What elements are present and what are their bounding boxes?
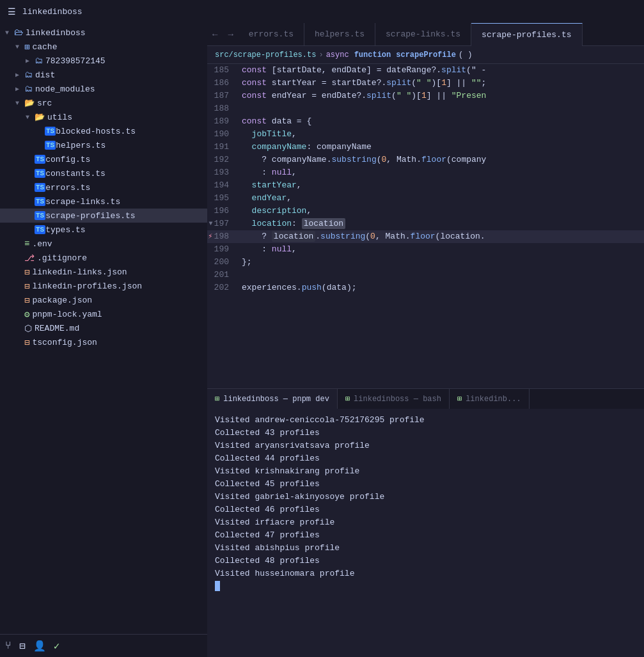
sidebar-item-errors[interactable]: TS errors.ts (0, 180, 207, 194)
source-control-icon[interactable]: ⑂ (5, 640, 12, 652)
tab-errors[interactable]: errors.ts (239, 23, 304, 46)
tab-scrape-links[interactable]: scrape-links.ts (375, 23, 471, 46)
code-line-185: 185 const [startDate, endDate] = dateRan… (207, 64, 644, 77)
terminal-tab-bash2[interactable]: ⊞ linkedinb... (450, 389, 530, 409)
terminal-line-10: Collected 47 profiles (215, 529, 636, 542)
sidebar: ▼ 🗁 linkedinboss ▼ ⊞ cache ▶ 🗂 782398572… (0, 23, 207, 657)
tab-scrape-profiles[interactable]: scrape-profiles.ts (471, 23, 582, 46)
sidebar-item-cache-id[interactable]: ▶ 🗂 782398572145 (0, 54, 207, 68)
line-number-190: 190 (207, 128, 237, 141)
terminal-line-4: Collected 44 profiles (215, 452, 636, 465)
code-content-189: const data = { (237, 115, 644, 128)
sidebar-item-blocked-hosts[interactable]: TS blocked-hosts.ts (0, 124, 207, 138)
code-line-188: 188 (207, 102, 644, 115)
code-content-196: description, (237, 205, 644, 218)
code-content-185: const [startDate, endDate] = dateRange?.… (237, 64, 644, 77)
sidebar-item-constants[interactable]: TS constants.ts (0, 166, 207, 180)
sidebar-item-root[interactable]: ▼ 🗁 linkedinboss (0, 26, 207, 40)
sidebar-item-pnpm-lock[interactable]: ⚙ pnpm-lock.yaml (0, 307, 207, 321)
terminal-line-12: Collected 48 profiles (215, 555, 636, 567)
line-number-198: ⚡ 198 (207, 230, 237, 243)
sidebar-item-package[interactable]: ⊟ package.json (0, 293, 207, 307)
terminal-line-11: Visited abishpius profile (215, 542, 636, 555)
title-bar: ☰ linkedinboss (0, 0, 644, 23)
terminal-tab-pnpm-dev[interactable]: ⊞ linkedinboss — pnpm dev (207, 389, 338, 409)
sidebar-item-utils[interactable]: ▼ 📂 utils (0, 110, 207, 124)
sidebar-item-src[interactable]: ▼ 📂 src (0, 96, 207, 110)
terminal-line-7: Visited gabriel-akinyosoye profile (215, 491, 636, 503)
sidebar-item-package-label: package.json (32, 296, 92, 305)
folder-open-icon: ⊞ (24, 42, 29, 52)
code-content-195: endYear, (237, 192, 644, 205)
code-line-187: 187 const endYear = endDate?.split(" ")[… (207, 90, 644, 102)
code-line-190: 190 jobTitle, (207, 128, 644, 141)
chevron-down-icon: ▼ (5, 29, 12, 36)
hamburger-icon[interactable]: ☰ (8, 6, 16, 17)
sidebar-item-constants-label: constants.ts (45, 169, 106, 178)
sidebar-item-helpers[interactable]: TS helpers.ts (0, 138, 207, 152)
sidebar-item-linkedin-links[interactable]: ⊟ linkedin-links.json (0, 265, 207, 279)
sidebar-item-tsconfig[interactable]: ⊟ tsconfig.json (0, 335, 207, 349)
code-line-198: ⚡ 198 ? location.substring(0, Math.floor… (207, 230, 644, 243)
folder-open-icon: 📂 (24, 98, 35, 108)
json-file-icon: ⊟ (24, 281, 29, 292)
line-number-200: 200 (207, 256, 237, 269)
breadcrumb-params: ( ) (459, 51, 473, 59)
ts-file-icon: TS (35, 211, 45, 220)
accounts-icon[interactable]: 👤 (33, 640, 46, 653)
folder-open-icon: 🗁 (14, 28, 23, 38)
right-panel: ← → errors.ts helpers.ts scrape-links.ts… (207, 23, 644, 657)
back-button[interactable]: ← (207, 29, 223, 40)
terminal-tab-bash[interactable]: ⊞ linkedinboss — bash (338, 389, 450, 409)
check-icon[interactable]: ✓ (54, 640, 60, 653)
chevron-down-icon: ▼ (15, 44, 22, 51)
sidebar-item-readme-label: README.md (35, 324, 79, 333)
fold-arrow-197[interactable]: ▼ (207, 218, 213, 230)
code-line-199: 199 : null, (207, 243, 644, 256)
sidebar-content: ▼ 🗁 linkedinboss ▼ ⊞ cache ▶ 🗂 782398572… (0, 23, 207, 634)
sidebar-item-types[interactable]: TS types.ts (0, 223, 207, 237)
tabs-bar: ← → errors.ts helpers.ts scrape-links.ts… (207, 23, 644, 46)
forward-button[interactable]: → (223, 29, 238, 40)
sidebar-item-readme[interactable]: ⬡ README.md (0, 321, 207, 335)
sidebar-item-scrape-profiles[interactable]: TS scrape-profiles.ts (0, 209, 207, 223)
code-content-202: experiences.push(data); (237, 281, 644, 294)
sidebar-item-gitignore[interactable]: ⎇ .gitignore (0, 251, 207, 265)
env-file-icon: ≡ (24, 239, 29, 249)
sidebar-item-node-modules[interactable]: ▶ 🗂 node_modules (0, 82, 207, 96)
sidebar-item-cache[interactable]: ▼ ⊞ cache (0, 40, 207, 54)
json-file-icon: ⊟ (24, 267, 29, 278)
code-line-200: 200 }; (207, 256, 644, 269)
line-number-187: 187 (207, 90, 237, 102)
code-content-190: jobTitle, (237, 128, 644, 141)
collapse-all-icon[interactable]: ⊟ (19, 640, 26, 653)
sidebar-item-pnpm-lock-label: pnpm-lock.yaml (32, 310, 102, 319)
sidebar-item-dist[interactable]: ▶ 🗂 dist (0, 68, 207, 82)
line-number-202: 202 (207, 281, 237, 294)
sidebar-item-utils-label: utils (47, 113, 72, 122)
sidebar-item-scrape-links[interactable]: TS scrape-links.ts (0, 194, 207, 209)
yaml-file-icon: ⚙ (24, 309, 29, 320)
terminal-content[interactable]: Visited andrew-ceniccola-752176295 profi… (207, 409, 644, 657)
ts-file-icon: TS (35, 183, 45, 192)
terminal-line-8: Collected 46 profiles (215, 503, 636, 516)
sidebar-item-config[interactable]: TS config.ts (0, 152, 207, 166)
code-line-194: 194 startYear, (207, 179, 644, 192)
sidebar-item-env[interactable]: ≡ .env (0, 237, 207, 251)
terminal-cursor (215, 581, 220, 591)
sidebar-item-config-label: config.ts (45, 155, 90, 164)
breadcrumb-function-kw: function (354, 51, 391, 59)
code-content-191: companyName: companyName (237, 141, 644, 154)
sidebar-footer: ⑂ ⊟ 👤 ✓ (0, 634, 207, 657)
code-editor[interactable]: 185 const [startDate, endDate] = dateRan… (207, 64, 644, 388)
code-line-196: 196 description, (207, 205, 644, 218)
sidebar-item-linkedin-links-label: linkedin-links.json (32, 267, 127, 277)
ts-file-icon: TS (45, 127, 56, 136)
ts-file-icon: TS (35, 197, 45, 206)
terminal-line-2: Collected 43 profiles (215, 427, 636, 439)
sidebar-item-linkedin-profiles[interactable]: ⊟ linkedin-profiles.json (0, 279, 207, 293)
tab-helpers[interactable]: helpers.ts (304, 23, 375, 46)
breadcrumb-sep: › (318, 51, 323, 59)
code-content-194: startYear, (237, 179, 644, 192)
chevron-right-icon: ▶ (15, 71, 22, 79)
